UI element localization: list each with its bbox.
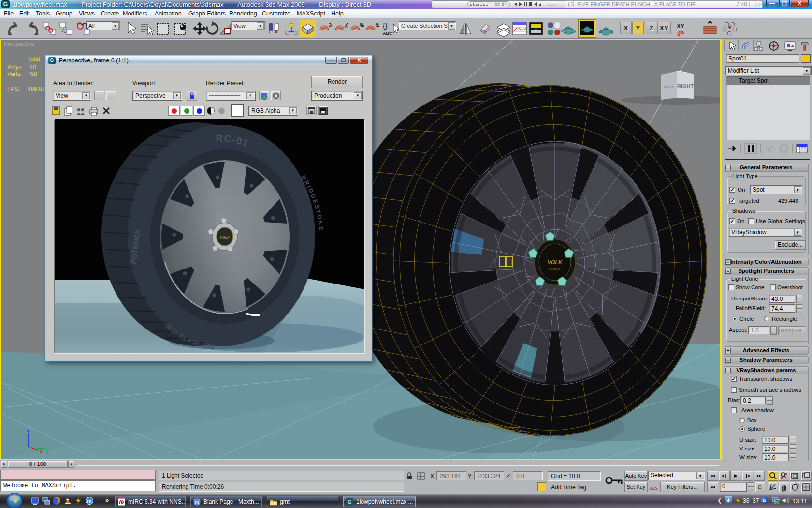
svg-text:G: G: [348, 499, 352, 505]
svg-text:Total: Total: [28, 56, 40, 62]
svg-text:x: x: [40, 449, 42, 454]
svg-text:z: z: [27, 427, 29, 433]
svg-text:ABC: ABC: [383, 31, 392, 36]
svg-text:RACING: RACING: [549, 268, 561, 270]
svg-text:Polys:: Polys:: [7, 64, 23, 71]
svg-text:y: y: [46, 449, 49, 454]
svg-text:FPS:: FPS:: [7, 86, 20, 92]
svg-text:{}: {}: [383, 22, 388, 30]
svg-text:701: 701: [28, 64, 37, 71]
svg-text:Perspective: Perspective: [4, 41, 34, 47]
svg-text:m: m: [195, 500, 199, 505]
svg-text:VOLK: VOLK: [220, 236, 230, 239]
svg-text:3: 3: [329, 22, 332, 28]
svg-text:Verts:: Verts:: [7, 71, 22, 77]
svg-text:m: m: [87, 498, 92, 504]
svg-text:VOLK: VOLK: [548, 259, 563, 265]
svg-text:⇅: ⇅: [375, 22, 380, 28]
svg-text:FRONT: FRONT: [664, 86, 674, 89]
svg-text:RIGHT: RIGHT: [677, 83, 694, 89]
svg-text:XY: XY: [677, 23, 684, 30]
svg-text:758: 758: [28, 71, 37, 77]
